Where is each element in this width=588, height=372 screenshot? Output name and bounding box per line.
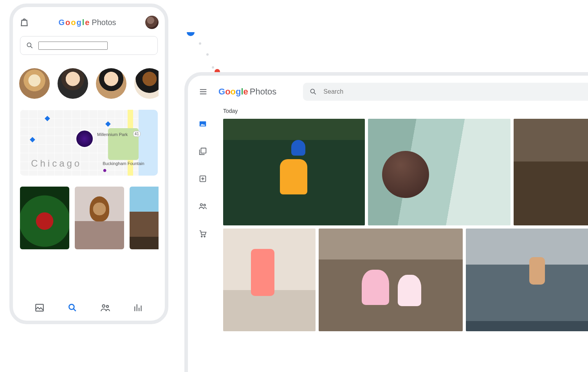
map-place-label: Millennium Park: [97, 132, 128, 137]
phone-frame: G o o g l e Photos: [9, 4, 168, 324]
nav-sharing[interactable]: [198, 202, 207, 210]
thumb-landscape[interactable]: [130, 187, 159, 249]
logo-letter: o: [71, 18, 76, 27]
logo-letter: g: [76, 18, 81, 27]
search-icon: [26, 42, 34, 49]
logo-letter: e: [243, 87, 248, 97]
logo-letter: o: [65, 18, 70, 27]
photo-row: [223, 119, 588, 225]
logo-product: Photos: [92, 18, 116, 27]
phone-top-bar: G o o g l e Photos: [19, 16, 159, 29]
nav-photos[interactable]: [198, 120, 207, 128]
search-input[interactable]: [38, 42, 108, 50]
logo-product: Photos: [250, 87, 277, 97]
app-logo[interactable]: G o o g l e Photos: [218, 87, 276, 97]
logo-letter: o: [225, 87, 230, 97]
search-input[interactable]: [323, 88, 586, 96]
bottom-tab-bar: [19, 296, 159, 321]
svg-point-10: [204, 204, 206, 206]
nav-albums[interactable]: [198, 147, 207, 156]
people-carousel: [19, 68, 159, 110]
confetti-dot: [206, 53, 209, 56]
search-field[interactable]: [303, 83, 588, 101]
svg-point-9: [200, 204, 202, 206]
map-pin-icon: ●: [103, 166, 107, 174]
map-place-label: Buckingham Fountain: [103, 161, 144, 166]
account-avatar[interactable]: [145, 16, 159, 29]
desktop-frame: G o o g l e Photos: [184, 72, 588, 372]
logo-letter: g: [236, 87, 241, 97]
photo-lake-dive[interactable]: [466, 229, 588, 331]
svg-point-3: [102, 305, 105, 307]
library-tab[interactable]: [133, 303, 143, 313]
svg-point-5: [311, 89, 315, 93]
nav-print-store[interactable]: [198, 229, 207, 238]
categories-row: [19, 187, 159, 249]
face-woman-1[interactable]: [96, 68, 126, 99]
logo-letter: e: [85, 18, 89, 27]
search-icon: [309, 88, 317, 96]
navigation-rail: [188, 108, 218, 372]
nav-assistant[interactable]: [198, 174, 207, 183]
svg-rect-7: [201, 148, 206, 153]
photo-row: [223, 229, 588, 331]
photo-family-couch[interactable]: [368, 119, 510, 225]
map-pin-icon: ◆: [45, 114, 50, 122]
svg-point-4: [106, 305, 108, 307]
face-dog[interactable]: [19, 68, 50, 99]
photo-kitchen[interactable]: [514, 119, 588, 225]
logo-letter: l: [82, 18, 85, 27]
svg-point-0: [27, 43, 31, 47]
search-field[interactable]: [20, 36, 158, 55]
desktop-header: G o o g l e Photos: [188, 76, 588, 108]
map-city-label: Chicago: [31, 158, 82, 169]
logo-letter: G: [218, 87, 225, 97]
photo-mother-daughter[interactable]: [223, 229, 316, 331]
svg-point-12: [204, 236, 205, 237]
face-woman-2[interactable]: [134, 68, 159, 99]
photo-kids-floor[interactable]: [319, 229, 463, 331]
shopping-bag-icon[interactable]: [19, 17, 29, 27]
search-tab[interactable]: [67, 303, 78, 313]
menu-icon[interactable]: [199, 87, 207, 96]
photo-forest-child[interactable]: [223, 119, 365, 225]
sharing-tab[interactable]: [100, 303, 110, 313]
photos-tab[interactable]: [34, 303, 45, 313]
confetti-dot: [199, 42, 201, 45]
svg-point-11: [201, 236, 202, 237]
places-map-card[interactable]: ◆ ◆ ◆ ● 41 Millennium Park Buckingham Fo…: [20, 110, 158, 176]
confetti-dot: [212, 66, 214, 69]
logo-letter: o: [231, 87, 236, 97]
map-pin-icon: ◆: [30, 135, 35, 143]
photo-grid: Today: [218, 108, 588, 372]
map-route-badge: 41: [133, 131, 141, 137]
app-logo: G o o g l e Photos: [58, 18, 116, 27]
thumb-dog-beach[interactable]: [75, 187, 124, 249]
section-heading: Today: [223, 108, 588, 114]
logo-letter: G: [58, 18, 65, 27]
map-pin-icon: ◆: [105, 119, 111, 128]
map-photo-cluster: [75, 129, 94, 148]
svg-point-2: [69, 304, 74, 309]
thumb-strawberries[interactable]: [20, 187, 69, 249]
confetti-blue: [187, 32, 195, 36]
face-man[interactable]: [58, 68, 88, 99]
